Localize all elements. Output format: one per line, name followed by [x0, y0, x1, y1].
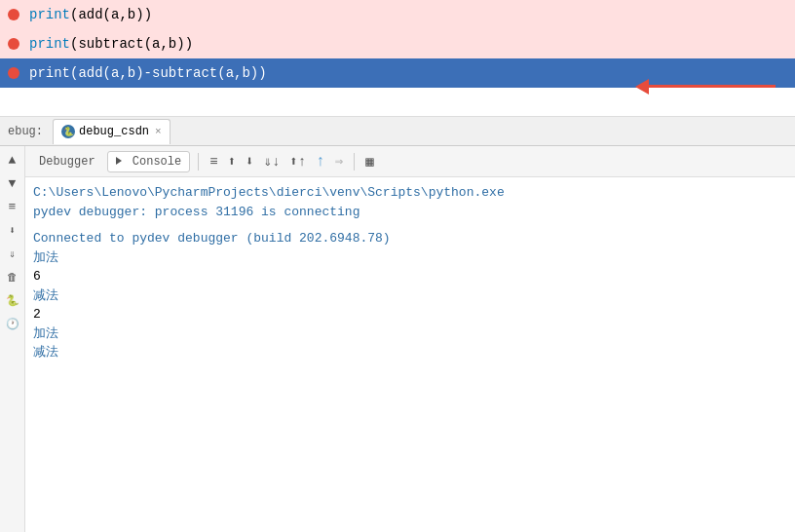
code-text-2: print(subtract(a,b)) — [29, 36, 193, 52]
separator-2 — [354, 153, 355, 171]
toolbar-download-btn[interactable]: ⬇ — [3, 220, 22, 240]
breakpoint-dot-2[interactable] — [8, 38, 19, 50]
code-line-2: print(subtract(a,b)) — [0, 29, 795, 58]
console-line-1: pydev debugger: process 31196 is connect… — [33, 203, 787, 222]
tab-close-button[interactable]: × — [155, 126, 162, 137]
python-icon: 🐍 — [61, 125, 75, 138]
left-toolbar: ▲ ▼ ≡ ⬇ ⇓ 🗑 🐍 🕐 — [0, 146, 25, 532]
code-text-3: print(add(a,b)-subtract(a,b)) — [29, 65, 267, 81]
console-line-8: 减法 — [33, 343, 787, 362]
breakpoint-dot-1[interactable] — [8, 9, 19, 20]
console-line-3: 加法 — [33, 248, 787, 268]
toolbar-icon-up[interactable]: ⬆ — [225, 151, 239, 171]
debug-label: ebug: — [8, 125, 43, 138]
code-editor: print(add(a,b)) print(subtract(a,b)) pri… — [0, 0, 795, 117]
toolbar-python-btn[interactable]: 🐍 — [3, 290, 22, 310]
toolbar-skip-btn[interactable]: ⇓ — [3, 244, 22, 263]
breakpoint-dot-3[interactable] — [8, 67, 19, 79]
tab-name: debug_csdn — [79, 125, 149, 138]
code-text-1: print(add(a,b)) — [29, 7, 152, 22]
toolbar-delete-btn[interactable]: 🗑 — [3, 267, 22, 286]
tab-debugger[interactable]: Debugger — [31, 152, 103, 171]
separator-1 — [198, 153, 199, 171]
debug-toolbar: Debugger Console ≡ ⬆ ⬇ ⇓↓ ⬆↑ ↑ ⇒ ▦ — [25, 146, 795, 177]
code-line-1: print(add(a,b)) — [0, 0, 795, 29]
toolbar-down-btn[interactable]: ▼ — [3, 173, 22, 193]
debugger-main: Debugger Console ≡ ⬆ ⬇ ⇓↓ ⬆↑ ↑ ⇒ ▦ C:\Us… — [25, 146, 795, 532]
toolbar-up-btn[interactable]: ▲ — [3, 150, 22, 170]
console-line-2: Connected to pydev debugger (build 202.6… — [33, 229, 787, 248]
tab-console[interactable]: Console — [107, 151, 191, 172]
console-line-4: 6 — [33, 267, 787, 286]
console-line-7: 加法 — [33, 324, 787, 344]
console-line-6: 2 — [33, 305, 787, 324]
code-line-3: print(add(a,b)-subtract(a,b)) — [0, 58, 795, 88]
red-arrow — [649, 85, 776, 88]
tab-bar: ebug: 🐍 debug_csdn × — [0, 117, 795, 146]
console-line-5: 减法 — [33, 286, 787, 306]
console-empty-1 — [33, 221, 787, 229]
console-output: C:\Users\Lenovo\PycharmProjects\dierci\v… — [25, 177, 795, 532]
toolbar-menu-btn[interactable]: ≡ — [3, 197, 22, 216]
debug-tab-item[interactable]: 🐍 debug_csdn × — [53, 119, 170, 144]
console-arrow-icon — [116, 157, 122, 165]
toolbar-icon-pause[interactable]: ⇒ — [332, 151, 346, 171]
toolbar-icon-down[interactable]: ⬇ — [243, 151, 256, 171]
debugger-panel: ▲ ▼ ≡ ⬇ ⇓ 🗑 🐍 🕐 Debugger Console ≡ ⬆ ⬇ ⇓… — [0, 146, 795, 532]
toolbar-icon-skip-up[interactable]: ⬆↑ — [286, 151, 309, 171]
toolbar-icon-active-up[interactable]: ↑ — [313, 151, 328, 172]
console-line-0: C:\Users\Lenovo\PycharmProjects\dierci\v… — [33, 183, 787, 203]
toolbar-clock-btn[interactable]: 🕐 — [3, 314, 22, 333]
console-label: Console — [132, 155, 181, 169]
toolbar-icon-grid[interactable]: ▦ — [362, 151, 376, 171]
toolbar-icon-skip-down[interactable]: ⇓↓ — [261, 151, 284, 171]
toolbar-icon-menu[interactable]: ≡ — [207, 152, 220, 171]
